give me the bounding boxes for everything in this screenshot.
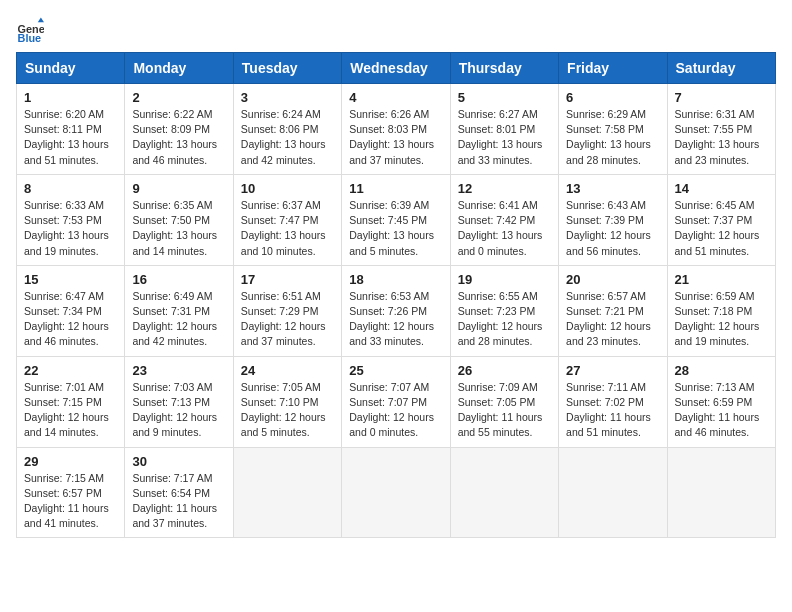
day-info: Sunrise: 6:43 AMSunset: 7:39 PMDaylight:… (566, 198, 659, 259)
day-info: Sunrise: 6:31 AMSunset: 7:55 PMDaylight:… (675, 107, 768, 168)
day-number: 14 (675, 181, 768, 196)
calendar-header-friday: Friday (559, 53, 667, 84)
page-header: General Blue (16, 16, 776, 44)
day-number: 26 (458, 363, 551, 378)
day-number: 27 (566, 363, 659, 378)
calendar-header-tuesday: Tuesday (233, 53, 341, 84)
day-info: Sunrise: 7:05 AMSunset: 7:10 PMDaylight:… (241, 380, 334, 441)
day-info: Sunrise: 6:57 AMSunset: 7:21 PMDaylight:… (566, 289, 659, 350)
calendar-day-cell: 8Sunrise: 6:33 AMSunset: 7:53 PMDaylight… (17, 174, 125, 265)
calendar-day-cell: 1Sunrise: 6:20 AMSunset: 8:11 PMDaylight… (17, 84, 125, 175)
day-number: 23 (132, 363, 225, 378)
day-info: Sunrise: 7:01 AMSunset: 7:15 PMDaylight:… (24, 380, 117, 441)
day-info: Sunrise: 6:51 AMSunset: 7:29 PMDaylight:… (241, 289, 334, 350)
calendar-header-row: SundayMondayTuesdayWednesdayThursdayFrid… (17, 53, 776, 84)
day-info: Sunrise: 6:24 AMSunset: 8:06 PMDaylight:… (241, 107, 334, 168)
day-info: Sunrise: 6:33 AMSunset: 7:53 PMDaylight:… (24, 198, 117, 259)
calendar-day-cell: 23Sunrise: 7:03 AMSunset: 7:13 PMDayligh… (125, 356, 233, 447)
calendar-day-cell: 25Sunrise: 7:07 AMSunset: 7:07 PMDayligh… (342, 356, 450, 447)
day-info: Sunrise: 6:37 AMSunset: 7:47 PMDaylight:… (241, 198, 334, 259)
day-number: 17 (241, 272, 334, 287)
calendar-day-cell: 5Sunrise: 6:27 AMSunset: 8:01 PMDaylight… (450, 84, 558, 175)
day-number: 6 (566, 90, 659, 105)
day-number: 25 (349, 363, 442, 378)
day-info: Sunrise: 7:11 AMSunset: 7:02 PMDaylight:… (566, 380, 659, 441)
day-info: Sunrise: 6:47 AMSunset: 7:34 PMDaylight:… (24, 289, 117, 350)
day-number: 5 (458, 90, 551, 105)
day-number: 11 (349, 181, 442, 196)
calendar-day-cell (559, 447, 667, 538)
calendar-day-cell: 30Sunrise: 7:17 AMSunset: 6:54 PMDayligh… (125, 447, 233, 538)
day-number: 20 (566, 272, 659, 287)
calendar-week-row: 15Sunrise: 6:47 AMSunset: 7:34 PMDayligh… (17, 265, 776, 356)
day-number: 15 (24, 272, 117, 287)
calendar-header-thursday: Thursday (450, 53, 558, 84)
day-info: Sunrise: 6:41 AMSunset: 7:42 PMDaylight:… (458, 198, 551, 259)
day-number: 21 (675, 272, 768, 287)
day-info: Sunrise: 7:09 AMSunset: 7:05 PMDaylight:… (458, 380, 551, 441)
day-info: Sunrise: 7:15 AMSunset: 6:57 PMDaylight:… (24, 471, 117, 532)
calendar-day-cell: 12Sunrise: 6:41 AMSunset: 7:42 PMDayligh… (450, 174, 558, 265)
calendar-day-cell: 7Sunrise: 6:31 AMSunset: 7:55 PMDaylight… (667, 84, 775, 175)
day-info: Sunrise: 6:22 AMSunset: 8:09 PMDaylight:… (132, 107, 225, 168)
calendar-table: SundayMondayTuesdayWednesdayThursdayFrid… (16, 52, 776, 538)
day-info: Sunrise: 6:49 AMSunset: 7:31 PMDaylight:… (132, 289, 225, 350)
calendar-day-cell (342, 447, 450, 538)
calendar-day-cell: 14Sunrise: 6:45 AMSunset: 7:37 PMDayligh… (667, 174, 775, 265)
day-info: Sunrise: 6:27 AMSunset: 8:01 PMDaylight:… (458, 107, 551, 168)
day-number: 22 (24, 363, 117, 378)
calendar-day-cell: 19Sunrise: 6:55 AMSunset: 7:23 PMDayligh… (450, 265, 558, 356)
day-number: 3 (241, 90, 334, 105)
day-info: Sunrise: 7:17 AMSunset: 6:54 PMDaylight:… (132, 471, 225, 532)
svg-marker-2 (38, 18, 44, 23)
calendar-day-cell (450, 447, 558, 538)
calendar-day-cell: 9Sunrise: 6:35 AMSunset: 7:50 PMDaylight… (125, 174, 233, 265)
calendar-body: 1Sunrise: 6:20 AMSunset: 8:11 PMDaylight… (17, 84, 776, 538)
calendar-day-cell: 16Sunrise: 6:49 AMSunset: 7:31 PMDayligh… (125, 265, 233, 356)
day-info: Sunrise: 6:35 AMSunset: 7:50 PMDaylight:… (132, 198, 225, 259)
calendar-day-cell: 18Sunrise: 6:53 AMSunset: 7:26 PMDayligh… (342, 265, 450, 356)
day-number: 13 (566, 181, 659, 196)
calendar-day-cell (667, 447, 775, 538)
logo: General Blue (16, 16, 48, 44)
day-number: 9 (132, 181, 225, 196)
calendar-header-monday: Monday (125, 53, 233, 84)
calendar-day-cell: 24Sunrise: 7:05 AMSunset: 7:10 PMDayligh… (233, 356, 341, 447)
day-info: Sunrise: 6:26 AMSunset: 8:03 PMDaylight:… (349, 107, 442, 168)
calendar-week-row: 22Sunrise: 7:01 AMSunset: 7:15 PMDayligh… (17, 356, 776, 447)
calendar-week-row: 8Sunrise: 6:33 AMSunset: 7:53 PMDaylight… (17, 174, 776, 265)
day-info: Sunrise: 7:03 AMSunset: 7:13 PMDaylight:… (132, 380, 225, 441)
calendar-day-cell: 4Sunrise: 6:26 AMSunset: 8:03 PMDaylight… (342, 84, 450, 175)
day-info: Sunrise: 6:39 AMSunset: 7:45 PMDaylight:… (349, 198, 442, 259)
calendar-day-cell: 28Sunrise: 7:13 AMSunset: 6:59 PMDayligh… (667, 356, 775, 447)
calendar-week-row: 1Sunrise: 6:20 AMSunset: 8:11 PMDaylight… (17, 84, 776, 175)
day-info: Sunrise: 6:45 AMSunset: 7:37 PMDaylight:… (675, 198, 768, 259)
calendar-day-cell: 6Sunrise: 6:29 AMSunset: 7:58 PMDaylight… (559, 84, 667, 175)
calendar-day-cell: 13Sunrise: 6:43 AMSunset: 7:39 PMDayligh… (559, 174, 667, 265)
day-number: 30 (132, 454, 225, 469)
calendar-day-cell: 2Sunrise: 6:22 AMSunset: 8:09 PMDaylight… (125, 84, 233, 175)
day-number: 7 (675, 90, 768, 105)
calendar-day-cell: 15Sunrise: 6:47 AMSunset: 7:34 PMDayligh… (17, 265, 125, 356)
calendar-header-sunday: Sunday (17, 53, 125, 84)
day-number: 8 (24, 181, 117, 196)
calendar-day-cell: 11Sunrise: 6:39 AMSunset: 7:45 PMDayligh… (342, 174, 450, 265)
day-number: 4 (349, 90, 442, 105)
svg-text:Blue: Blue (18, 32, 42, 44)
calendar-day-cell: 21Sunrise: 6:59 AMSunset: 7:18 PMDayligh… (667, 265, 775, 356)
calendar-header-saturday: Saturday (667, 53, 775, 84)
calendar-day-cell: 22Sunrise: 7:01 AMSunset: 7:15 PMDayligh… (17, 356, 125, 447)
calendar-day-cell: 29Sunrise: 7:15 AMSunset: 6:57 PMDayligh… (17, 447, 125, 538)
day-info: Sunrise: 7:07 AMSunset: 7:07 PMDaylight:… (349, 380, 442, 441)
calendar-day-cell: 27Sunrise: 7:11 AMSunset: 7:02 PMDayligh… (559, 356, 667, 447)
calendar-day-cell: 3Sunrise: 6:24 AMSunset: 8:06 PMDaylight… (233, 84, 341, 175)
day-number: 16 (132, 272, 225, 287)
day-info: Sunrise: 6:59 AMSunset: 7:18 PMDaylight:… (675, 289, 768, 350)
day-info: Sunrise: 6:55 AMSunset: 7:23 PMDaylight:… (458, 289, 551, 350)
day-info: Sunrise: 6:53 AMSunset: 7:26 PMDaylight:… (349, 289, 442, 350)
day-number: 19 (458, 272, 551, 287)
day-number: 28 (675, 363, 768, 378)
day-info: Sunrise: 7:13 AMSunset: 6:59 PMDaylight:… (675, 380, 768, 441)
day-number: 10 (241, 181, 334, 196)
calendar-day-cell: 26Sunrise: 7:09 AMSunset: 7:05 PMDayligh… (450, 356, 558, 447)
